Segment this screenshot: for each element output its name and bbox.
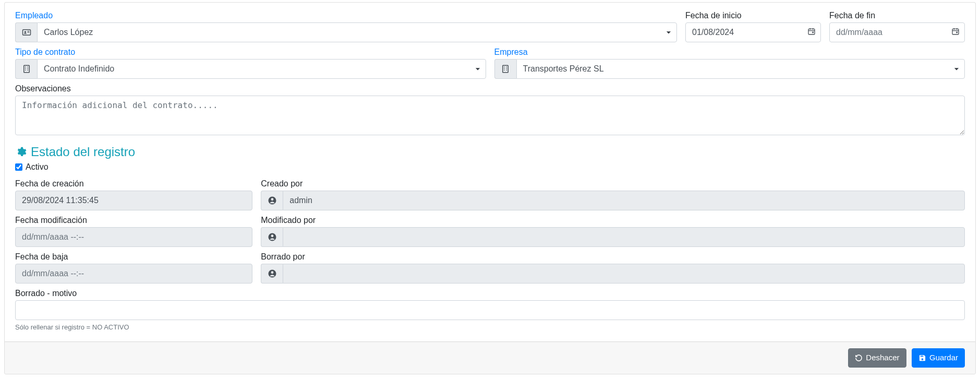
label-empleado[interactable]: Empleado <box>15 11 677 20</box>
svg-rect-17 <box>25 68 26 69</box>
svg-rect-22 <box>504 67 505 68</box>
building-icon <box>15 59 37 79</box>
date-input-fin <box>829 22 965 42</box>
group-empresa: Empresa Transportes Pérez SL <box>494 48 965 79</box>
svg-rect-26 <box>504 70 505 71</box>
group-fecha-baja: Fecha de baja <box>15 252 252 284</box>
input-borrado-motivo[interactable] <box>15 300 965 320</box>
row-contrato-empresa: Tipo de contrato Contrato Indefinido Emp… <box>15 48 965 79</box>
save-icon <box>918 354 926 362</box>
group-fecha-modificacion: Fecha modificación <box>15 216 252 247</box>
label-activo: Activo <box>26 162 49 172</box>
svg-point-1 <box>24 31 26 33</box>
svg-rect-23 <box>506 67 507 68</box>
input-group-empleado: Carlos López <box>15 22 677 42</box>
group-modificado-por: Modificado por <box>261 216 965 247</box>
section-header-estado: Estado del registro <box>15 145 965 159</box>
svg-rect-14 <box>23 65 29 73</box>
svg-rect-21 <box>503 65 509 73</box>
id-card-icon <box>15 22 37 42</box>
undo-button[interactable]: Deshacer <box>848 348 906 368</box>
group-empleado: Empleado Carlos López <box>15 11 677 42</box>
textarea-observaciones[interactable] <box>15 96 965 135</box>
input-borrado-por <box>283 264 965 284</box>
group-tipo-contrato: Tipo de contrato Contrato Indefinido <box>15 48 486 79</box>
select-empresa[interactable]: Transportes Pérez SL <box>516 59 965 79</box>
label-tipo-contrato[interactable]: Tipo de contrato <box>15 48 486 57</box>
input-fecha-inicio[interactable] <box>685 22 821 42</box>
input-fecha-fin[interactable] <box>829 22 965 42</box>
input-modificado-por <box>283 227 965 247</box>
input-group-creado-por <box>261 191 965 210</box>
input-group-empresa: Transportes Pérez SL <box>494 59 965 79</box>
group-creado-por: Creado por <box>261 179 965 210</box>
svg-point-29 <box>271 198 273 201</box>
label-fecha-creacion: Fecha de creación <box>15 179 252 188</box>
help-borrado-motivo: Sólo rellenar si registro = NO ACTIVO <box>15 323 965 331</box>
label-modificado-por: Modificado por <box>261 216 965 225</box>
input-group-tipo-contrato: Contrato Indefinido <box>15 59 486 79</box>
group-observaciones: Observaciones <box>15 84 965 135</box>
input-fecha-modificacion <box>15 227 252 247</box>
card-footer: Deshacer Guardar <box>5 341 975 374</box>
svg-point-33 <box>271 271 273 274</box>
gear-icon <box>15 146 27 158</box>
label-fecha-inicio: Fecha de inicio <box>685 11 821 20</box>
user-icon <box>261 264 283 284</box>
row-creacion: Fecha de creación Creado por <box>15 179 965 210</box>
checkbox-activo-row: Activo <box>15 162 965 172</box>
user-icon <box>261 227 283 247</box>
label-fecha-fin: Fecha de fin <box>829 11 965 20</box>
svg-rect-20 <box>27 70 28 71</box>
group-fecha-creacion: Fecha de creación <box>15 179 252 210</box>
svg-rect-16 <box>27 67 28 68</box>
label-fecha-baja: Fecha de baja <box>15 252 252 262</box>
input-creado-por <box>283 191 965 210</box>
group-borrado-por: Borrado por <box>261 252 965 284</box>
building-icon <box>494 59 516 79</box>
input-fecha-baja <box>15 264 252 284</box>
checkbox-activo[interactable] <box>15 163 22 171</box>
label-borrado-motivo: Borrado - motivo <box>15 289 965 298</box>
select-tipo-contrato[interactable]: Contrato Indefinido <box>37 59 486 79</box>
label-creado-por: Creado por <box>261 179 965 188</box>
input-fecha-creacion <box>15 191 252 210</box>
group-fecha-fin: Fecha de fin <box>829 11 965 42</box>
label-fecha-modificacion: Fecha modificación <box>15 216 252 225</box>
svg-rect-24 <box>504 68 505 69</box>
svg-rect-27 <box>506 70 507 71</box>
date-input-inicio <box>685 22 821 42</box>
input-group-borrado-por <box>261 264 965 284</box>
form-card: Empleado Carlos López Fecha de inicio <box>4 2 976 374</box>
label-borrado-por: Borrado por <box>261 252 965 262</box>
section-title: Estado del registro <box>31 145 135 159</box>
svg-point-31 <box>271 234 273 237</box>
user-icon <box>261 191 283 210</box>
group-fecha-inicio: Fecha de inicio <box>685 11 821 42</box>
group-borrado-motivo: Borrado - motivo Sólo rellenar si regist… <box>15 289 965 331</box>
svg-rect-18 <box>27 68 28 69</box>
row-baja: Fecha de baja Borrado por <box>15 252 965 284</box>
form-body: Empleado Carlos López Fecha de inicio <box>5 3 975 341</box>
row-modificacion: Fecha modificación Modificado por <box>15 216 965 247</box>
svg-rect-25 <box>506 68 507 69</box>
label-empresa[interactable]: Empresa <box>494 48 965 57</box>
svg-rect-19 <box>25 70 26 71</box>
svg-rect-15 <box>25 67 26 68</box>
undo-icon <box>855 354 863 362</box>
select-empleado[interactable]: Carlos López <box>37 22 677 42</box>
label-observaciones: Observaciones <box>15 84 965 93</box>
save-button[interactable]: Guardar <box>912 348 965 368</box>
row-empleado-fechas: Empleado Carlos López Fecha de inicio <box>15 11 965 42</box>
input-group-modificado-por <box>261 227 965 247</box>
